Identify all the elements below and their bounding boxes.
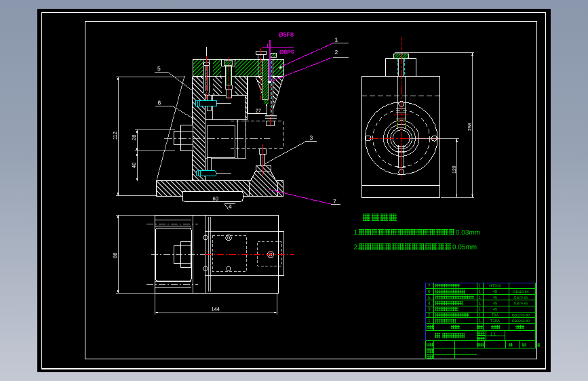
svg-text:6: 6 — [157, 100, 161, 106]
svg-text:GB79-85: GB79-85 — [514, 302, 528, 306]
svg-text:6: 6 — [428, 289, 431, 294]
svg-text:5: 5 — [157, 65, 161, 72]
svg-text:40: 40 — [131, 163, 137, 168]
svg-text:5: 5 — [428, 296, 431, 300]
svg-text:1: 1 — [478, 313, 481, 318]
svg-text:Ø8P6: Ø8P6 — [279, 49, 294, 56]
svg-text:1: 1 — [428, 319, 431, 323]
svg-text:1: 1 — [478, 319, 481, 323]
svg-text:144: 144 — [211, 306, 220, 313]
svg-text:1: 1 — [334, 37, 338, 43]
svg-text:1:1: 1:1 — [490, 332, 496, 337]
svg-text:Ø5F8: Ø5F8 — [278, 31, 294, 38]
svg-text:1: 1 — [478, 302, 481, 306]
svg-text:45: 45 — [493, 308, 497, 312]
svg-text:7: 7 — [428, 284, 431, 289]
svg-text:T10A: T10A — [490, 319, 500, 323]
svg-text:HT200: HT200 — [489, 283, 501, 288]
svg-text:2: 2 — [428, 313, 431, 318]
svg-text:28: 28 — [131, 135, 137, 140]
svg-text:45: 45 — [493, 296, 497, 300]
svg-text:1: 1 — [478, 296, 481, 300]
svg-text:45: 45 — [493, 290, 497, 294]
svg-text:129: 129 — [452, 165, 457, 174]
svg-text:7: 7 — [333, 198, 336, 205]
svg-text:4: 4 — [428, 302, 431, 306]
svg-text:45: 45 — [493, 302, 497, 306]
svg-text:112: 112 — [112, 132, 118, 140]
svg-text:258: 258 — [468, 123, 473, 131]
svg-text:60: 60 — [212, 196, 218, 202]
svg-text:3: 3 — [309, 134, 313, 141]
svg-text:GB2263-80: GB2263-80 — [512, 319, 530, 323]
svg-text:GB119-86: GB119-86 — [513, 290, 528, 294]
svg-text:88: 88 — [112, 253, 118, 258]
svg-text:1: 1 — [478, 289, 481, 294]
svg-text:0.03mm: 0.03mm — [456, 229, 480, 237]
svg-text:3: 3 — [428, 307, 431, 312]
svg-text:0.05mm: 0.05mm — [452, 244, 477, 252]
svg-text:1: 1 — [478, 307, 481, 312]
svg-text:1: 1 — [478, 284, 481, 289]
svg-text:GB2263-80: GB2263-80 — [512, 313, 530, 317]
svg-text:2: 2 — [334, 49, 338, 56]
svg-text:27: 27 — [256, 109, 261, 114]
svg-text:T8A: T8A — [492, 313, 499, 317]
svg-text:GB70-85: GB70-85 — [514, 296, 528, 300]
